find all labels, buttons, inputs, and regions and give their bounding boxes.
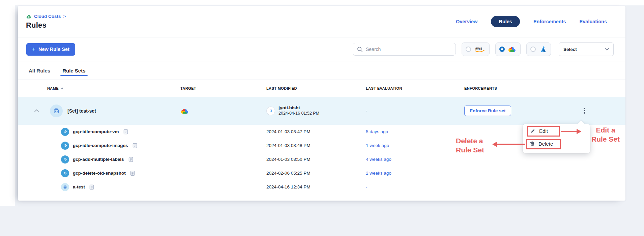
rule-last-evaluation-link[interactable]: 5 days ago — [366, 129, 464, 134]
provider-chip-azure[interactable] — [526, 42, 551, 56]
sort-asc-icon[interactable] — [61, 87, 64, 89]
breadcrumb[interactable]: $ Cloud Costs > — [26, 14, 66, 19]
toolbar: + New Rule Set aws — [18, 37, 625, 61]
gcp-radio[interactable] — [499, 47, 505, 52]
nav-evaluations[interactable]: Evaluations — [580, 19, 607, 24]
collapse-chevron-icon[interactable] — [34, 109, 40, 113]
rule-icon — [61, 155, 69, 164]
rule-last-modified: 2024-01-03 03:47 PM — [266, 129, 366, 134]
svg-text:$: $ — [28, 15, 30, 18]
modified-date: 2024-04-16 01:52 PM — [279, 111, 319, 116]
aws-radio[interactable] — [466, 47, 471, 52]
rule-set-last-evaluation: - — [366, 108, 464, 114]
nav-enforcements[interactable]: Enforcements — [533, 19, 566, 24]
breadcrumb-label[interactable]: Cloud Costs — [34, 14, 61, 19]
tab-all-rules[interactable]: All Rules — [29, 61, 50, 80]
nav-rules[interactable]: Rules — [491, 16, 520, 27]
rule-last-evaluation-link[interactable]: 2 weeks ago — [366, 171, 464, 176]
rules-tabs: All Rules Rule Sets — [18, 61, 625, 80]
pencil-icon — [530, 128, 535, 134]
azure-logo-icon — [539, 45, 547, 53]
rule-name: gcp-idle-compute-vm — [73, 129, 119, 134]
select-value: Select — [563, 47, 577, 52]
enforce-rule-set-button[interactable]: Enforce Rule set — [464, 106, 511, 116]
column-header-enforcements[interactable]: ENFORCEMENTS — [464, 86, 579, 90]
page-title: Rules — [26, 21, 66, 30]
cloud-filter-select[interactable]: Select — [559, 42, 614, 56]
copy-document-icon[interactable] — [133, 143, 137, 148]
copy-document-icon[interactable] — [89, 184, 94, 190]
column-header-last-modified[interactable]: LAST MODIFIED — [266, 86, 366, 90]
chevron-down-icon — [605, 48, 609, 51]
rule-last-modified: 2024-01-03 03:50 PM — [266, 157, 366, 162]
nav-overview[interactable]: Overview — [456, 19, 478, 24]
modified-by: jyoti.bisht — [279, 105, 319, 111]
search-icon — [357, 47, 363, 52]
search-box[interactable] — [353, 43, 456, 56]
rule-last-modified: 2024-02-06 05:25 PM — [266, 171, 366, 176]
top-nav: Overview Rules Enforcements Evaluations — [456, 16, 607, 27]
rule-set-icon — [50, 105, 63, 117]
page-top-strip — [0, 0, 644, 5]
rule-row[interactable]: gcp-delete-old-snapshot 2024-02-06 05:25… — [18, 166, 625, 180]
row-context-menu: Edit Delete — [523, 124, 590, 153]
table-header: NAME TARGET LAST MODIFIED LAST EVALUATIO… — [18, 80, 625, 97]
rule-icon — [61, 169, 69, 177]
svg-text:aws: aws — [475, 46, 482, 50]
menu-item-edit[interactable]: Edit — [530, 128, 548, 134]
rule-name: gcp-idle-compute-images — [73, 143, 128, 148]
cloud-costs-icon: $ — [26, 14, 32, 19]
page-left-strip — [0, 0, 15, 206]
rule-row[interactable]: a-test 2024-04-16 12:34 PM - — [18, 180, 625, 194]
aws-logo-icon: aws — [474, 46, 486, 53]
search-input[interactable] — [366, 47, 451, 52]
gcp-logo-icon — [508, 45, 517, 54]
provider-chip-gcp[interactable] — [495, 42, 521, 56]
copy-document-icon[interactable] — [128, 157, 133, 162]
rule-name: a-test — [73, 184, 85, 189]
rule-set-small-icon — [61, 183, 69, 191]
rule-icon — [61, 142, 69, 150]
rule-last-evaluation-link[interactable]: 4 weeks ago — [366, 157, 464, 162]
rule-name: gcp-add-multiple-labels — [73, 157, 124, 162]
gcp-target-icon — [180, 107, 189, 115]
rule-name: gcp-delete-old-snapshot — [73, 171, 126, 176]
new-rule-set-button[interactable]: + New Rule Set — [26, 43, 75, 56]
rules-page-card: $ Cloud Costs > Rules Overview Rules Enf… — [18, 6, 625, 201]
page-header: $ Cloud Costs > Rules Overview Rules Enf… — [18, 6, 625, 37]
rule-set-name: [Set] test-set — [67, 108, 96, 114]
new-rule-set-label: New Rule Set — [38, 47, 69, 52]
azure-radio[interactable] — [530, 47, 536, 52]
column-header-last-evaluation[interactable]: LAST EVALUATION — [366, 86, 464, 90]
rule-last-modified: 2024-04-16 12:34 PM — [266, 184, 366, 189]
trash-icon — [530, 141, 535, 147]
menu-item-delete[interactable]: Delete — [530, 141, 553, 147]
plus-icon: + — [32, 46, 35, 53]
copy-document-icon[interactable] — [130, 171, 135, 176]
copy-document-icon[interactable] — [123, 129, 128, 135]
rule-last-evaluation-link[interactable]: 1 week ago — [366, 143, 464, 148]
rule-icon — [61, 128, 69, 136]
rule-row[interactable]: gcp-add-multiple-labels 2024-01-03 03:50… — [18, 152, 625, 166]
column-header-target[interactable]: TARGET — [180, 86, 266, 90]
provider-chip-aws[interactable]: aws — [462, 42, 490, 56]
rule-set-row[interactable]: [Set] test-set J jyoti.bisht 2024- — [18, 97, 625, 125]
tab-rule-sets[interactable]: Rule Sets — [62, 61, 85, 80]
row-menu-kebab-icon[interactable] — [580, 107, 588, 115]
avatar: J — [266, 107, 275, 115]
rule-last-modified: 2024-01-03 03:48 PM — [266, 143, 366, 148]
column-header-name[interactable]: NAME — [47, 86, 180, 90]
rule-last-evaluation-link[interactable]: - — [366, 184, 464, 189]
breadcrumb-separator: > — [63, 14, 66, 19]
